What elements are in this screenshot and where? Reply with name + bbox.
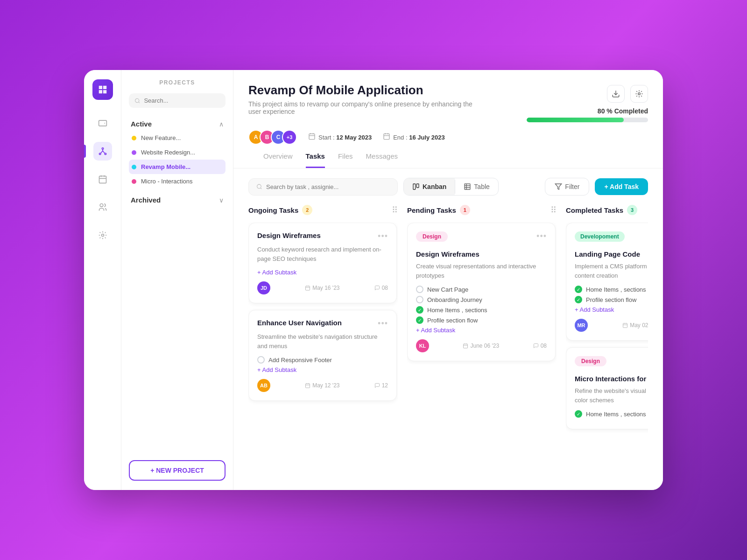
rail-icon-users[interactable] (93, 198, 112, 217)
date-icon (305, 285, 310, 291)
settings-button[interactable] (630, 85, 648, 103)
subtask-checkbox-checked[interactable]: ✓ (575, 410, 582, 418)
project-item-revamp-mobile[interactable]: Revamp Mobile... (129, 160, 226, 174)
subtask-checkbox-checked[interactable]: ✓ (575, 296, 582, 303)
progress-bar-fill (527, 118, 624, 122)
subtask-checkbox[interactable] (416, 296, 423, 303)
subtask-checkbox-checked[interactable]: ✓ (416, 306, 423, 314)
add-task-button[interactable]: + Add Task (595, 178, 648, 195)
subtask-checkbox-checked[interactable]: ✓ (575, 286, 582, 293)
project-label: Revamp Mobile... (141, 163, 190, 170)
card-title: Landing Page Code (575, 250, 648, 258)
download-button[interactable] (607, 85, 625, 103)
subtask-checkbox[interactable] (416, 286, 423, 293)
header-actions (607, 83, 648, 103)
app-logo[interactable] (92, 79, 113, 100)
active-chevron-icon: ∧ (219, 120, 224, 128)
app-container: PROJECTS Active ∧ New Feature... Website… (84, 70, 663, 490)
search-box[interactable] (129, 93, 226, 108)
date-icon (305, 383, 310, 388)
svg-point-9 (638, 93, 641, 95)
archived-section-header[interactable]: Archived ∨ (129, 193, 226, 207)
project-item-website-redesign[interactable]: Website Redesign... (129, 145, 226, 160)
end-date-item: End : 16 July 2023 (383, 133, 445, 142)
project-info: Revamp Of Mobile Application This projec… (248, 83, 482, 115)
column-pending-title: Pending Tasks (407, 206, 456, 214)
tab-tasks[interactable]: Tasks (306, 152, 325, 168)
svg-rect-15 (465, 184, 470, 189)
project-item-micro-interactions[interactable]: Micro - Interactions (129, 174, 226, 189)
dot-icon (132, 136, 136, 140)
new-project-button[interactable]: + NEW PROJECT (129, 460, 226, 481)
card-menu-button[interactable]: ••• (378, 231, 388, 241)
svg-rect-10 (309, 134, 315, 140)
task-card-design-wireframes-pending: Design ••• Design Wireframes Create visu… (407, 223, 556, 361)
archived-chevron-icon: ∨ (219, 196, 224, 204)
project-item-new-feature[interactable]: New Feature... (129, 131, 226, 145)
subtask-checkbox-checked[interactable]: ✓ (416, 316, 423, 324)
progress-section: 80 % Completed (527, 107, 648, 122)
column-completed-header: Completed Tasks 3 ⠿ (566, 205, 648, 215)
table-icon (464, 183, 471, 190)
ongoing-count-badge: 2 (302, 205, 312, 215)
completed-scroll: Developoment ••• Landing Page Code Imple… (566, 223, 648, 481)
task-toolbar: Kanban Table Filter + Add Task (248, 178, 648, 196)
dot-icon (132, 165, 136, 169)
kanban-label: Kanban (423, 183, 446, 190)
add-subtask-button[interactable]: + Add Subtask (257, 366, 388, 373)
column-pending: Pending Tasks 1 ⠿ Design ••• Design Wire… (407, 205, 557, 481)
svg-point-7 (135, 98, 139, 102)
card-menu-button[interactable]: ••• (378, 319, 388, 329)
task-card-enhance-nav: Enhance User Navigation ••• Streamline t… (248, 310, 397, 401)
date-icon (463, 343, 468, 349)
calendar-icon (308, 133, 316, 142)
tab-messages[interactable]: Messages (366, 152, 398, 168)
table-view-button[interactable]: Table (455, 178, 498, 195)
subtask-item: New Cart Page (416, 286, 547, 293)
add-subtask-button[interactable]: + Add Subtask (257, 269, 388, 276)
subtask-label: Profile section flow (427, 317, 478, 324)
card-desc: Implement a CMS platform that enables ea… (575, 262, 648, 280)
svg-rect-16 (306, 286, 310, 290)
svg-point-1 (102, 148, 103, 149)
filter-button[interactable]: Filter (545, 178, 589, 196)
rail-icon-network[interactable] (93, 142, 112, 161)
add-subtask-button[interactable]: + Add Subtask (416, 327, 547, 334)
subtask-label: Profile section flow (586, 296, 636, 303)
card-footer: AB May 12 '23 12 (257, 379, 388, 392)
search-icon (134, 98, 140, 104)
add-subtask-button[interactable]: + Add Subtask (575, 306, 648, 313)
column-completed-title-wrap: Completed Tasks 3 (566, 205, 637, 215)
rail-icon-settings[interactable] (93, 226, 112, 245)
rail-icon-calendar[interactable] (93, 170, 112, 189)
project-title-row: Revamp Of Mobile Application This projec… (248, 83, 648, 122)
column-ongoing-title-wrap: Ongoing Tasks 2 (248, 205, 312, 215)
card-comments: 12 (374, 382, 388, 389)
subtask-checkbox[interactable] (257, 356, 265, 364)
tab-overview[interactable]: Overview (263, 152, 293, 168)
pending-col-actions[interactable]: ⠿ (550, 205, 557, 215)
active-section-header[interactable]: Active ∧ (129, 117, 226, 131)
svg-rect-4 (99, 176, 106, 183)
task-search-box[interactable] (248, 178, 398, 196)
project-meta-row: A B C +3 Start : 12 May 2023 End : 16 Ju… (248, 130, 648, 145)
kanban-view-button[interactable]: Kanban (404, 178, 455, 195)
card-footer: KL June 06 '23 08 (416, 339, 547, 352)
subtask-label: Home Items , sections (586, 411, 646, 418)
card-tag: Design (575, 356, 606, 366)
card-date: June 06 '23 (463, 343, 499, 349)
sidebar-search-input[interactable] (144, 97, 220, 104)
card-footer: JD May 16 '23 08 (257, 281, 388, 294)
card-menu-button[interactable]: ••• (536, 231, 547, 241)
column-completed-title: Completed Tasks (566, 206, 623, 214)
svg-point-3 (105, 153, 106, 154)
tab-files[interactable]: Files (338, 152, 353, 168)
rail-icon-wallet[interactable] (93, 114, 112, 133)
start-date: 12 May 2023 (336, 134, 372, 141)
table-label: Table (474, 183, 489, 190)
subtask-item: ✓ Profile section flow (575, 296, 648, 303)
ongoing-col-actions[interactable]: ⠿ (392, 205, 398, 215)
card-avatar: JD (257, 281, 270, 294)
project-title: Revamp Of Mobile Application (248, 83, 482, 98)
task-search-input[interactable] (266, 183, 390, 190)
